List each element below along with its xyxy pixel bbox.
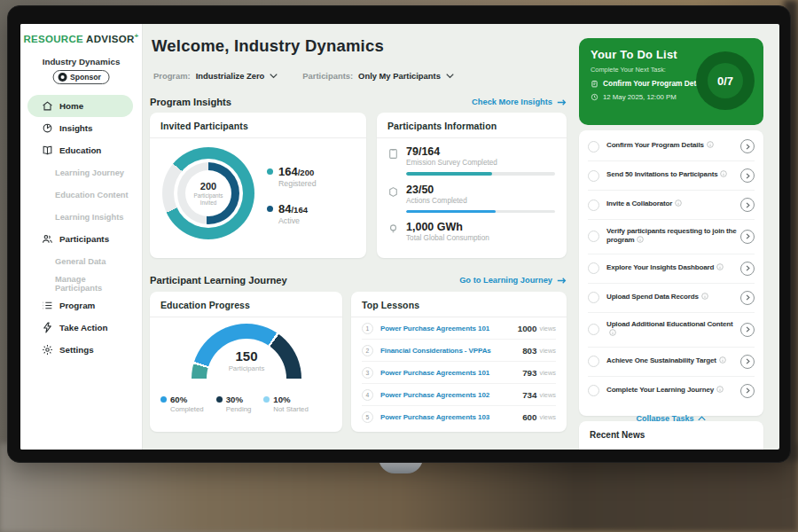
todo-checkbox[interactable]: [588, 262, 599, 274]
todo-item-label: Explore Your Insights Dashboard: [606, 263, 714, 271]
clock-icon: [591, 93, 598, 101]
todo-checkbox[interactable]: [588, 385, 599, 396]
todo-open-button[interactable]: [740, 168, 755, 183]
lesson-link[interactable]: Power Purchase Agreements 102: [380, 391, 522, 399]
go-to-learning-journey-link[interactable]: Go to Learning Journey: [459, 276, 567, 285]
gauge-center: 150 Participants: [192, 348, 301, 372]
todo-progress-ring-hole: 0/7: [708, 63, 743, 98]
todo-checkbox[interactable]: [588, 324, 599, 335]
program-select-label: Program:: [153, 71, 191, 81]
progress-bar: [406, 210, 555, 214]
lesson-row[interactable]: 5 Power Purchase Agreements 103 600 view…: [362, 406, 556, 428]
stat-value: 79/164: [406, 145, 497, 158]
sidebar-item-learning-insights[interactable]: Learning Insights: [27, 206, 133, 228]
todo-item-label: Achieve One Sustainability Target: [606, 356, 716, 364]
todo-item-label: Verify participants requesting to join t…: [606, 227, 737, 244]
monitor-bezel: RESOURCE ADVISOR+ Industry Dynamics Spon…: [7, 5, 791, 463]
invited-donut-chart: 200 Participants Invited 164/200 Registe…: [150, 138, 366, 239]
lesson-row[interactable]: 1 Power Purchase Agreements 101 1000 vie…: [362, 317, 556, 340]
todo-open-button[interactable]: [740, 384, 755, 398]
todo-checkbox[interactable]: [588, 170, 599, 182]
info-icon: [716, 386, 724, 395]
check-more-insights-link[interactable]: Check More Insights: [472, 98, 567, 106]
sidebar-item-learning-journey[interactable]: Learning Journey: [27, 161, 133, 184]
todo-item: Achieve One Sustainability Target: [588, 348, 755, 377]
todo-checkbox[interactable]: [588, 292, 599, 303]
chevron-up-icon: [698, 416, 706, 421]
invited-participants-card: Invited Participants 200 Participants In…: [150, 113, 366, 258]
todo-item: Confirm Your Program Details: [588, 132, 755, 161]
top-lessons-card: Top Lessons 1 Power Purchase Agreements …: [351, 292, 567, 432]
sidebar-item-insights[interactable]: Insights: [27, 117, 133, 139]
lesson-link[interactable]: Financial Considerations - VPPAs: [380, 347, 522, 355]
legend-total: /200: [298, 168, 315, 177]
link-label: Go to Learning Journey: [459, 276, 552, 285]
todo-summary-card: Your To Do List Complete Your Next Task:…: [579, 38, 763, 125]
consumption-icon: [387, 223, 399, 234]
sidebar-item-label: Education: [59, 145, 101, 155]
insights-icon: [42, 122, 53, 134]
todo-open-button[interactable]: [740, 355, 755, 369]
todo-open-button[interactable]: [740, 262, 755, 276]
todo-open-button[interactable]: [740, 230, 755, 244]
recent-news-title: Recent News: [590, 430, 753, 440]
legend-dot: [160, 396, 167, 403]
logo-primary: RESOURCE: [23, 34, 83, 44]
todo-progress-count: 0/7: [717, 74, 733, 88]
todo-open-button[interactable]: [740, 198, 755, 212]
arrow-right-icon: [557, 277, 567, 285]
lesson-link[interactable]: Power Purchase Agreements 101: [380, 369, 522, 377]
program-select[interactable]: Program: Industrialize Zero: [153, 71, 278, 81]
participants-select[interactable]: Participants: Only My Participants: [302, 71, 454, 81]
todo-item-label: Upload Spend Data Records: [606, 293, 699, 301]
education-progress-card: Education Progress 150 Participants 60% …: [150, 292, 342, 432]
lesson-link[interactable]: Power Purchase Agreements 103: [380, 413, 522, 421]
todo-open-button[interactable]: [740, 139, 755, 153]
todo-checkbox[interactable]: [588, 141, 599, 153]
sidebar-item-program[interactable]: Program: [27, 294, 133, 317]
settings-icon: [42, 344, 53, 356]
todo-checkbox[interactable]: [588, 231, 599, 242]
sidebar-item-label: Insights: [59, 123, 93, 133]
progress-fill: [406, 172, 492, 176]
sidebar-item-label: Learning Journey: [55, 168, 124, 177]
todo-checkbox[interactable]: [588, 356, 599, 367]
app-logo: RESOURCE ADVISOR+: [20, 32, 142, 44]
sidebar-item-settings[interactable]: Settings: [27, 339, 133, 361]
sidebar-item-education-content[interactable]: Education Content: [27, 184, 133, 206]
progress-fill: [406, 210, 496, 214]
info-icon: [637, 236, 644, 246]
double-donut: 200 Participants Invited: [162, 147, 254, 239]
todo-checkbox[interactable]: [588, 200, 599, 211]
dashboard-screen: RESOURCE ADVISOR+ Industry Dynamics Spon…: [20, 24, 779, 450]
sidebar-item-participants[interactable]: Participants: [27, 228, 133, 250]
info-icon: [707, 141, 714, 151]
donut-center-value: 200: [200, 181, 216, 192]
donut-center: 200 Participants Invited: [185, 170, 231, 216]
card-title: Top Lessons: [351, 292, 567, 317]
section-title: Program Insights: [150, 97, 231, 107]
todo-item-label: Send 50 Invitations to Participants: [606, 170, 717, 178]
sidebar-nav: Home Insights Education Learning Journey: [20, 95, 142, 361]
todo-open-button[interactable]: [740, 291, 755, 305]
sidebar-item-general-data[interactable]: General Data: [27, 250, 133, 272]
info-icon: [719, 356, 726, 366]
legend-dot: [216, 396, 223, 403]
legend-item-active: 84/164 Active: [267, 202, 317, 225]
info-icon: [609, 329, 616, 339]
legend-dot: [263, 396, 270, 403]
lesson-row[interactable]: 2 Financial Considerations - VPPAs 803 v…: [362, 340, 556, 362]
participants-icon: [42, 233, 53, 245]
lesson-link[interactable]: Power Purchase Agreements 101: [380, 325, 518, 332]
todo-open-button[interactable]: [740, 323, 755, 337]
lesson-row[interactable]: 4 Power Purchase Agreements 102 734 view…: [362, 384, 556, 406]
lesson-views: 734: [522, 390, 536, 400]
sidebar-item-take-action[interactable]: Take Action: [27, 317, 133, 339]
sidebar-item-education[interactable]: Education: [27, 139, 133, 161]
sidebar-item-home[interactable]: Home: [27, 95, 133, 117]
sidebar-item-manage-participants[interactable]: Manage Participants: [27, 272, 133, 294]
lesson-row[interactable]: 3 Power Purchase Agreements 101 793 view…: [362, 362, 556, 384]
info-icon: [675, 200, 682, 209]
todo-progress-ring: 0/7: [696, 51, 755, 110]
stat-label: Actions Completed: [406, 197, 467, 205]
